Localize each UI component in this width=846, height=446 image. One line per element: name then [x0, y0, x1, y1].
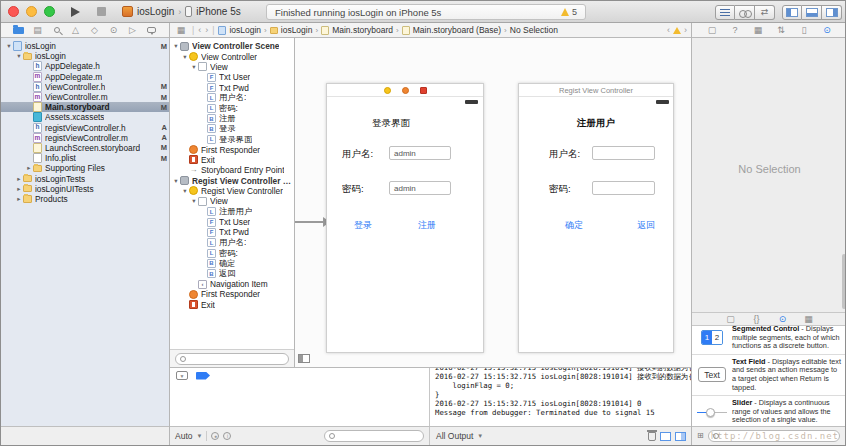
symbol-navigator-icon[interactable]: ▤ [31, 24, 45, 36]
outline-row[interactable]: Txt Pwd [170, 82, 294, 92]
file-row[interactable]: ▾iosLoginM [1, 41, 169, 51]
file-row[interactable]: Main.storyboardM [1, 102, 169, 112]
document-outline-toggle-button[interactable] [298, 354, 310, 363]
outline-row[interactable]: 密码: [170, 103, 294, 113]
library-item[interactable]: 12Segmented Control - Displays multiple … [692, 326, 846, 355]
file-row[interactable]: LaunchScreen.storyboardM [1, 143, 169, 153]
file-row[interactable]: AppDelegate.h [1, 61, 169, 71]
disclosure-triangle[interactable]: ▾ [172, 42, 180, 50]
size-inspector-icon[interactable]: ▯ [797, 24, 811, 36]
storyboard-canvas[interactable]: 登录界面 用户名: admin 密码: admin 登录 注册 Regist V… [294, 38, 691, 367]
status-warnings[interactable]: 5 [561, 7, 577, 17]
outline-row[interactable]: Exit [170, 300, 294, 310]
login-username-field[interactable]: admin [389, 146, 451, 160]
file-row[interactable]: ViewController.mM [1, 92, 169, 102]
disclosure-triangle[interactable]: ▾ [15, 52, 23, 60]
login-password-field[interactable]: admin [389, 181, 451, 195]
quick-help-inspector-icon[interactable]: ? [728, 24, 742, 36]
outline-row[interactable]: Storyboard Entry Point [170, 165, 294, 175]
regist-username-field[interactable] [592, 146, 655, 160]
file-row[interactable]: registViewController.hA [1, 123, 169, 133]
stop-button[interactable] [97, 7, 106, 16]
regist-password-label[interactable]: 密码: [549, 183, 571, 196]
library-filter-field[interactable] [708, 430, 840, 442]
exit-icon[interactable] [420, 87, 427, 94]
library-item[interactable]: Slider - Displays a continuous range of … [692, 396, 846, 426]
identity-inspector-icon[interactable]: ▦ [751, 24, 765, 36]
outline-row[interactable]: 用户名: [170, 238, 294, 248]
scheme-selector[interactable]: iosLogin › iPhone 5s [122, 6, 241, 17]
regist-password-field[interactable] [592, 181, 655, 195]
first-responder-icon[interactable] [402, 87, 409, 94]
attributes-inspector-icon[interactable]: ⇅ [774, 24, 788, 36]
search-navigator-icon[interactable] [50, 24, 64, 36]
back-button[interactable]: 返回 [637, 219, 655, 232]
media-library-icon[interactable]: ▦ [802, 313, 816, 325]
standard-editor-button[interactable] [715, 5, 735, 20]
toggle-utilities-button[interactable] [822, 5, 842, 20]
clear-console-icon[interactable] [648, 432, 656, 441]
login-button[interactable]: 登录 [354, 219, 372, 232]
breakpoints-toggle-icon[interactable] [196, 372, 210, 380]
outline-filter-field[interactable] [175, 353, 289, 365]
go-forward-button[interactable]: › [205, 25, 208, 35]
breakpoint-navigator-icon[interactable]: ▷ [126, 24, 140, 36]
navigator-divider[interactable] [169, 23, 170, 445]
file-row[interactable]: ▸Products [1, 194, 169, 204]
breadcrumb-item[interactable]: Main.storyboard [321, 25, 393, 35]
disclosure-triangle[interactable]: ▾ [181, 53, 189, 61]
show-values-icon[interactable]: ● [211, 432, 219, 440]
previous-issue-button[interactable]: ‹ [667, 25, 670, 35]
outline-row[interactable]: First Responder [170, 144, 294, 154]
zoom-window-button[interactable] [44, 6, 55, 17]
show-variables-pane-icon[interactable] [660, 432, 671, 441]
minimize-window-button[interactable] [26, 6, 37, 17]
outline-row[interactable]: ▾View Controller [170, 51, 294, 61]
hide-debug-area-icon[interactable]: ▼ [176, 371, 188, 380]
outline-row[interactable]: 登录 [170, 124, 294, 134]
breadcrumb-item[interactable]: No Selection [510, 25, 558, 35]
breadcrumb-item[interactable]: iosLogin [218, 25, 261, 35]
show-console-pane-icon[interactable] [675, 432, 686, 441]
issue-navigator-icon[interactable]: △ [69, 24, 83, 36]
view-controller-icon[interactable] [384, 87, 391, 94]
file-row[interactable]: Info.plistM [1, 153, 169, 163]
related-items-icon[interactable]: ▦ [174, 24, 188, 36]
login-title-label[interactable]: 登录界面 [372, 117, 410, 130]
register-button[interactable]: 注册 [418, 219, 436, 232]
outline-row[interactable]: 注册 [170, 113, 294, 123]
disclosure-triangle[interactable]: ▸ [15, 195, 23, 203]
outline-row[interactable]: ▾View [170, 62, 294, 72]
info-icon[interactable]: i [223, 432, 231, 440]
outline-row[interactable]: 用户名: [170, 93, 294, 103]
breadcrumb-item[interactable]: Main.storyboard (Base) [402, 25, 501, 35]
regist-username-label[interactable]: 用户名: [549, 148, 580, 161]
outline-row[interactable]: 登录界面 [170, 134, 294, 144]
outline-row[interactable]: 密码: [170, 248, 294, 258]
file-row[interactable]: registViewController.mA [1, 133, 169, 143]
report-navigator-icon[interactable] [145, 24, 159, 36]
outline-divider[interactable] [294, 38, 295, 367]
outline-row[interactable]: ▾View Controller Scene [170, 41, 294, 51]
file-row[interactable]: ▸iosLoginUITests [1, 184, 169, 194]
next-issue-button[interactable]: › [684, 25, 687, 35]
utilities-divider[interactable] [691, 23, 692, 445]
assistant-editor-button[interactable] [735, 5, 755, 20]
outline-row[interactable]: 注册用户 [170, 207, 294, 217]
version-editor-button[interactable]: ⇄ [755, 5, 775, 20]
file-row[interactable]: AppDelegate.m [1, 72, 169, 82]
disclosure-triangle[interactable]: ▾ [190, 197, 198, 205]
debug-navigator-icon[interactable]: ⊙ [107, 24, 121, 36]
project-navigator-icon[interactable] [12, 24, 26, 36]
disclosure-triangle[interactable]: ▸ [25, 164, 33, 172]
disclosure-triangle[interactable]: ▾ [181, 187, 189, 195]
outline-row[interactable]: ▾Regist View Controller [170, 186, 294, 196]
object-library-icon[interactable]: ⊙ [776, 313, 790, 325]
file-row[interactable]: ▸Supporting Files [1, 163, 169, 173]
library-item[interactable]: TextText Field - Displays editable text … [692, 355, 846, 396]
regist-view-controller[interactable]: Regist View Controller 注册用户 用户名: 密码: 确定 … [518, 83, 674, 353]
variables-scope-selector[interactable]: Auto [175, 431, 193, 441]
login-view-controller[interactable]: 登录界面 用户名: admin 密码: admin 登录 注册 [326, 83, 484, 353]
disclosure-triangle[interactable]: ▸ [15, 175, 23, 183]
disclosure-triangle[interactable]: ▾ [5, 42, 13, 50]
